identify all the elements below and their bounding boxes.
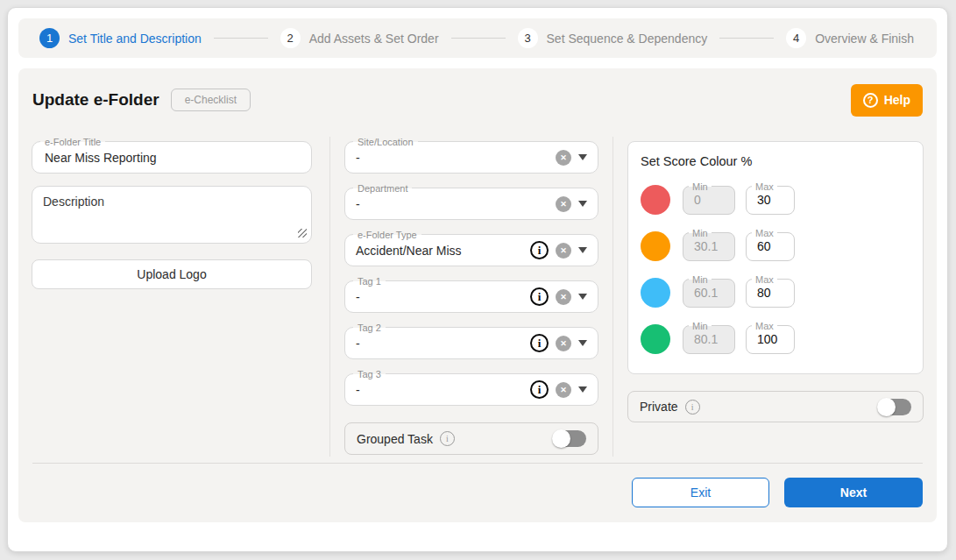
min-label: Min xyxy=(689,227,712,239)
efolder-type-label: e-Folder Type xyxy=(353,229,421,241)
form-panel: Update e-Folder e-Checklist ? Help e-Fol… xyxy=(18,68,937,522)
efolder-title-label: e-Folder Title xyxy=(40,136,105,148)
description-wrap xyxy=(32,186,312,244)
min-input-blue xyxy=(692,285,726,301)
step-3-sequence[interactable]: 3 Set Sequence & Dependency xyxy=(518,28,708,48)
tag1-label: Tag 1 xyxy=(353,275,386,287)
max-input-blue[interactable] xyxy=(755,285,785,301)
info-icon[interactable]: i xyxy=(440,431,455,446)
clear-icon[interactable]: ✕ xyxy=(556,150,571,166)
step-3-number: 3 xyxy=(518,28,538,48)
private-row: Private i xyxy=(627,391,924,422)
grouped-task-row: Grouped Task i xyxy=(344,422,598,455)
tag3-value: - xyxy=(356,383,530,397)
site-location-label: Site/Location xyxy=(353,136,418,148)
private-label: Private xyxy=(640,400,678,414)
max-input-green[interactable] xyxy=(755,331,785,347)
tag2-value: - xyxy=(356,337,530,351)
form-columns: e-Folder Title Upload Logo Site/Location… xyxy=(32,132,924,456)
info-icon[interactable]: i xyxy=(685,400,700,415)
min-input-orange xyxy=(692,238,726,254)
clear-icon[interactable]: ✕ xyxy=(556,336,571,351)
main-card: 1 Set Title and Description 2 Add Assets… xyxy=(7,7,948,552)
info-icon[interactable]: i xyxy=(530,287,549,306)
step-connector xyxy=(214,38,268,39)
min-label: Min xyxy=(689,320,712,332)
max-field-green[interactable]: Max xyxy=(746,325,795,354)
chevron-down-icon[interactable] xyxy=(578,386,587,393)
viewport: 1 Set Title and Description 2 Add Assets… xyxy=(0,0,956,560)
info-icon[interactable]: i xyxy=(530,334,549,352)
tag3-select[interactable]: Tag 3 - i ✕ xyxy=(344,373,598,406)
score-row-orange: Min Max xyxy=(641,231,910,261)
toggle-knob xyxy=(552,429,570,448)
tag2-select[interactable]: Tag 2 - i ✕ xyxy=(344,327,598,359)
max-input-orange[interactable] xyxy=(755,238,785,254)
step-4-overview[interactable]: 4 Overview & Finish xyxy=(786,28,914,48)
clear-icon[interactable]: ✕ xyxy=(556,243,571,259)
clear-icon[interactable]: ✕ xyxy=(556,382,571,398)
upload-logo-button[interactable]: Upload Logo xyxy=(32,259,312,289)
exit-button[interactable]: Exit xyxy=(632,478,769,507)
step-4-number: 4 xyxy=(786,28,806,48)
help-button[interactable]: ? Help xyxy=(851,84,923,117)
info-icon[interactable]: i xyxy=(530,241,549,259)
max-label: Max xyxy=(752,227,777,239)
max-input-red[interactable] xyxy=(755,192,785,208)
min-label: Min xyxy=(689,273,712,286)
toggle-knob xyxy=(877,398,896,416)
tag1-select[interactable]: Tag 1 - i ✕ xyxy=(344,280,598,313)
clear-icon[interactable]: ✕ xyxy=(556,196,571,212)
max-field-red[interactable]: Max xyxy=(746,186,795,215)
private-toggle[interactable] xyxy=(878,399,911,415)
chevron-down-icon[interactable] xyxy=(578,201,587,207)
info-icon[interactable]: i xyxy=(530,380,549,399)
footer-actions: Exit Next xyxy=(632,478,923,507)
min-input-green xyxy=(692,331,726,347)
max-field-blue[interactable]: Max xyxy=(746,279,795,308)
clear-icon[interactable]: ✕ xyxy=(556,289,571,305)
department-value: - xyxy=(356,197,556,211)
score-colour-panel: Set Score Colour % Min Max xyxy=(627,141,924,374)
column-title-description: e-Folder Title Upload Logo xyxy=(32,132,329,456)
efolder-type-value: Accident/Near Miss xyxy=(356,244,530,258)
description-textarea[interactable] xyxy=(32,186,312,244)
step-1-set-title[interactable]: 1 Set Title and Description xyxy=(39,28,202,48)
chevron-down-icon[interactable] xyxy=(578,294,587,300)
step-1-number: 1 xyxy=(39,28,60,48)
help-button-label: Help xyxy=(884,93,910,107)
resize-handle-icon[interactable] xyxy=(298,229,307,237)
department-label: Department xyxy=(353,182,412,195)
score-row-blue: Min Max xyxy=(641,278,910,308)
chevron-down-icon[interactable] xyxy=(578,340,587,346)
department-select[interactable]: Department - ✕ xyxy=(344,188,598,220)
max-field-orange[interactable]: Max xyxy=(746,232,795,261)
efolder-title-input[interactable] xyxy=(43,150,301,166)
max-label: Max xyxy=(752,181,777,193)
min-input-red xyxy=(692,192,726,208)
min-field-blue: Min xyxy=(683,279,735,308)
min-field-red: Min xyxy=(683,186,735,215)
step-2-number: 2 xyxy=(280,28,301,48)
tag2-label: Tag 2 xyxy=(353,322,386,334)
efolder-type-select[interactable]: e-Folder Type Accident/Near Miss i ✕ xyxy=(344,234,598,266)
footer-divider xyxy=(32,463,923,464)
chevron-down-icon[interactable] xyxy=(578,247,587,253)
step-3-label: Set Sequence & Dependency xyxy=(547,32,708,46)
site-location-value: - xyxy=(356,151,556,165)
efolder-title-field[interactable]: e-Folder Title xyxy=(32,141,312,174)
grouped-task-toggle[interactable] xyxy=(553,430,586,447)
tag1-value: - xyxy=(356,290,530,304)
score-row-green: Min Max xyxy=(641,324,910,354)
column-classification: Site/Location - ✕ Department - ✕ xyxy=(330,132,613,456)
next-button[interactable]: Next xyxy=(784,478,923,507)
e-checklist-badge[interactable]: e-Checklist xyxy=(171,89,251,111)
step-connector xyxy=(719,38,774,39)
step-connector xyxy=(451,38,506,39)
green-circle-icon xyxy=(641,324,670,354)
chevron-down-icon[interactable] xyxy=(578,154,587,160)
site-location-select[interactable]: Site/Location - ✕ xyxy=(344,141,598,174)
step-1-label: Set Title and Description xyxy=(68,32,202,46)
step-2-add-assets[interactable]: 2 Add Assets & Set Order xyxy=(280,28,439,48)
score-colour-title: Set Score Colour % xyxy=(641,154,910,168)
